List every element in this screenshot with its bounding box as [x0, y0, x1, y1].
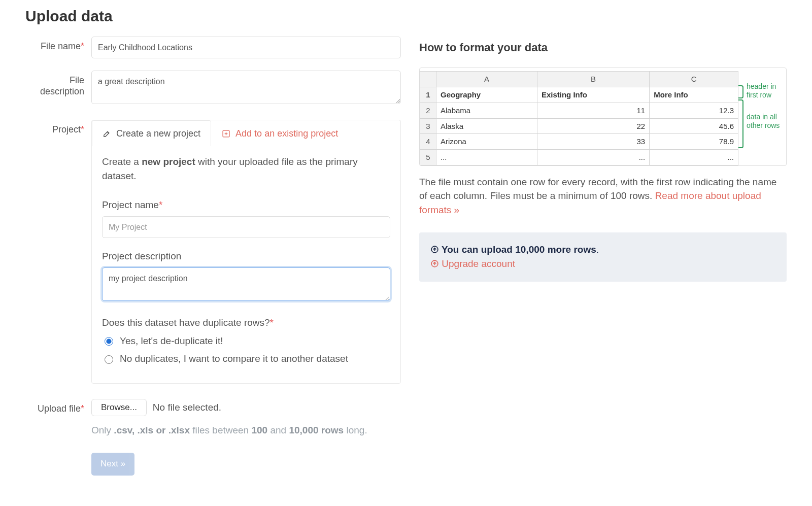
browse-button[interactable]: Browse... — [91, 399, 147, 417]
arrow-up-circle-icon — [430, 259, 439, 268]
row-submit: Next » — [25, 453, 401, 476]
edit-icon — [103, 129, 111, 138]
tab-existing-project-label: Add to an existing project — [235, 127, 338, 140]
radio-dedupe-no-input[interactable] — [105, 355, 113, 364]
radio-dedupe-yes-input[interactable] — [105, 337, 113, 346]
upload-hint: Only .csv, .xls or .xlsx files between 1… — [91, 423, 401, 437]
spreadsheet-table: A B C 1 Geography Existing Info More Inf… — [420, 71, 738, 165]
spreadsheet-example: A B C 1 Geography Existing Info More Inf… — [419, 68, 787, 166]
project-tabs-panel: Create a new project Add to an existing … — [91, 120, 401, 384]
upgrade-account-link[interactable]: Upgrade account — [442, 258, 515, 269]
create-project-lead: Create a new project with your uploaded … — [102, 155, 390, 183]
howto-paragraph: The file must contain one row for every … — [419, 175, 787, 217]
label-project-name: Project name* — [102, 198, 390, 212]
tab-create-project-label: Create a new project — [116, 127, 200, 140]
radio-dedupe-yes[interactable]: Yes, let's de-duplicate it! — [102, 334, 390, 348]
project-description-input[interactable] — [102, 267, 390, 301]
row-project: Project* Create a new project — [25, 120, 401, 384]
label-project-description: Project description — [102, 249, 390, 263]
label-upload-file: Upload file* — [25, 399, 91, 415]
file-description-input[interactable] — [91, 71, 401, 104]
project-tabs: Create a new project Add to an existing … — [92, 120, 400, 146]
label-file-name: File name* — [25, 37, 91, 52]
tab-existing-project[interactable]: Add to an existing project — [211, 120, 349, 146]
create-project-pane: Create a new project with your uploaded … — [92, 146, 400, 383]
row-upload-file: Upload file* Browse... No file selected.… — [25, 399, 401, 437]
spreadsheet-annotations: header in first row data in all other ro… — [738, 71, 786, 165]
upload-status: No file selected. — [153, 400, 221, 415]
next-button[interactable]: Next » — [91, 453, 134, 476]
row-file-name: File name* — [25, 37, 401, 58]
upload-limit-well: You can upload 10,000 more rows. Upgrade… — [419, 232, 787, 282]
radio-dedupe-no[interactable]: No duplicates, I want to compare it to a… — [102, 352, 390, 366]
label-project: Project* — [25, 120, 91, 136]
file-name-input[interactable] — [91, 37, 401, 58]
arrow-up-circle-icon — [430, 245, 439, 254]
row-file-description: File description — [25, 71, 401, 108]
plus-square-icon — [222, 129, 230, 138]
howto-title: How to format your data — [419, 40, 787, 56]
project-name-input[interactable] — [102, 216, 390, 238]
label-dedupe-question: Does this dataset have duplicate rows?* — [102, 316, 390, 330]
page-title: Upload data — [25, 5, 787, 27]
tab-create-project[interactable]: Create a new project — [92, 120, 211, 146]
label-file-description: File description — [25, 71, 91, 97]
